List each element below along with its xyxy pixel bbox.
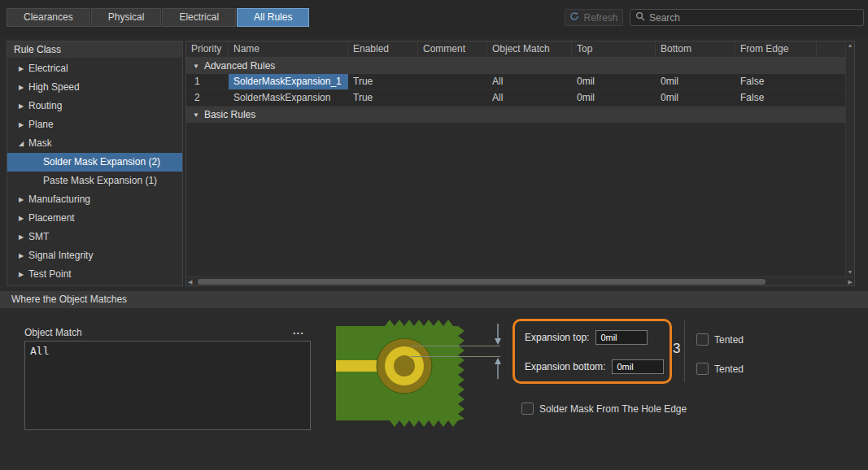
chevron-right-icon: ▶ [19,228,28,246]
tented-bottom-row: Tented [696,363,744,375]
column-header-name[interactable]: Name [229,41,348,57]
rule-class-header: Rule Class [7,41,182,59]
tree-item-label: Signal Integrity [28,246,93,265]
scroll-up-icon[interactable]: ▲ [848,41,853,50]
column-header-from-edge[interactable]: From Edge [735,41,817,57]
chevron-down-icon: ▼ [193,111,199,119]
table-row[interactable]: 1 SolderMaskExpansion_1 True All 0mil 0m… [186,74,845,90]
cell-spacer [817,74,845,89]
search-input[interactable] [649,12,858,24]
object-match-more-button[interactable]: ... [293,324,304,337]
group-label: Advanced Rules [204,60,275,72]
scroll-down-icon[interactable]: ▼ [848,268,853,276]
cell-comment [418,74,487,89]
tree-item-label: Electrical [28,59,68,78]
pad-hole [394,355,415,376]
cell-bottom: 0mil [656,90,735,106]
group-row-advanced-rules[interactable]: ▼ Advanced Rules [186,58,845,74]
tree-item-label: Paste Mask Expansion (1) [43,172,157,190]
expansion-highlight-box: Expansion top: Expansion bottom: [513,319,672,384]
cell-enabled: True [348,74,418,89]
cell-from-edge: False [735,74,817,89]
tree-item-smt[interactable]: ▶SMT [7,228,182,246]
vertical-scrollbar[interactable]: ▲ ▼ [845,41,854,276]
tree-item-signal-integrity[interactable]: ▶Signal Integrity [7,246,182,265]
group-row-basic-rules[interactable]: ▼ Basic Rules [186,107,845,123]
tree-item-solder-mask-expansion[interactable]: Solder Mask Expansion (2) [7,153,182,172]
tree-item-paste-mask-expansion[interactable]: Paste Mask Expansion (1) [7,172,182,190]
tree-item-electrical[interactable]: ▶Electrical [7,59,182,78]
horizontal-scrollbar[interactable]: ◀ ▶ [186,276,854,285]
column-header-enabled[interactable]: Enabled [348,41,418,57]
arrow-up-icon [491,358,504,379]
chevron-right-icon: ▶ [19,190,28,209]
measure-line-top [411,346,500,346]
cell-priority: 1 [186,74,229,89]
column-header-top[interactable]: Top [572,41,656,57]
table-row[interactable]: 2 SolderMaskExpansion True All 0mil 0mil… [186,90,845,107]
tree-item-plane[interactable]: ▶Plane [7,115,182,134]
column-header-bottom[interactable]: Bottom [656,41,735,57]
cell-name[interactable]: SolderMaskExpansion_1 [229,74,348,89]
cell-top: 0mil [572,90,656,106]
tab-clearances[interactable]: Clearances [7,8,90,27]
hole-edge-label: Solder Mask From The Hole Edge [539,403,687,415]
expansion-top-label: Expansion top: [525,332,589,343]
measure-line-bottom [411,356,500,357]
pcb-pad-preview [336,320,468,428]
obscured-value-fragment: 3 [673,341,683,357]
column-header-priority[interactable]: Priority [186,41,229,57]
tab-electrical[interactable]: Electrical [162,8,236,27]
tab-all-rules[interactable]: All Rules [237,8,309,27]
scrollbar-thumb[interactable] [198,279,765,285]
chevron-right-icon: ▶ [19,59,28,78]
cell-comment [418,90,487,106]
tented-bottom-checkbox[interactable] [696,363,709,375]
chevron-right-icon: ▶ [19,209,28,228]
column-header-comment[interactable]: Comment [418,41,487,57]
cell-bottom: 0mil [656,74,735,89]
cell-name[interactable]: SolderMaskExpansion [229,90,348,106]
tented-top-checkbox[interactable] [696,333,709,346]
tree-item-routing[interactable]: ▶Routing [7,97,182,115]
where-object-matches-header: Where the Object Matches [0,291,868,308]
cell-spacer [817,90,845,106]
expansion-top-input[interactable] [595,330,648,345]
chevron-right-icon: ▶ [19,265,28,284]
cell-object-match: All [487,74,572,89]
top-bar: Clearances Physical Electrical All Rules… [0,0,868,36]
scroll-left-icon[interactable]: ◀ [188,278,192,286]
search-box [630,9,864,26]
tree-item-test-point[interactable]: ▶Test Point [7,265,182,284]
tree-item-mask[interactable]: ◢Mask [7,134,182,153]
chevron-right-icon: ▶ [19,246,28,265]
table-header-row: Priority Name Enabled Comment Object Mat… [186,41,845,58]
tented-bottom-label: Tented [714,363,744,375]
tab-physical[interactable]: Physical [91,8,162,27]
rule-class-tree: ▶Electrical ▶High Speed ▶Routing ▶Plane … [7,59,182,285]
tree-item-high-speed[interactable]: ▶High Speed [7,78,182,97]
tree-item-label: Plane [28,115,54,134]
expansion-bottom-input[interactable] [612,359,664,374]
cell-top: 0mil [572,74,656,89]
refresh-button[interactable]: Refresh [565,9,623,26]
cell-enabled: True [348,90,418,106]
chevron-right-icon: ▶ [19,115,28,134]
tree-item-placement[interactable]: ▶Placement [7,209,182,228]
arrow-down-icon [491,324,504,345]
hole-edge-row: Solder Mask From The Hole Edge [521,403,687,415]
tree-item-manufacturing[interactable]: ▶Manufacturing [7,190,182,209]
search-icon [635,11,645,24]
panel-divider [684,320,685,382]
object-match-textarea[interactable]: All [24,341,311,430]
refresh-label: Refresh [583,12,617,24]
rule-class-panel: Rule Class ▶Electrical ▶High Speed ▶Rout… [7,41,183,286]
chevron-right-icon: ▶ [19,97,28,115]
column-header-object-match[interactable]: Object Match [487,41,572,57]
cell-object-match: All [487,90,572,106]
cell-priority: 2 [186,90,229,106]
tree-item-label: Mask [28,134,52,153]
hole-edge-checkbox[interactable] [521,403,534,415]
scroll-right-icon[interactable]: ▶ [848,278,853,286]
object-match-label: Object Match [24,327,82,338]
